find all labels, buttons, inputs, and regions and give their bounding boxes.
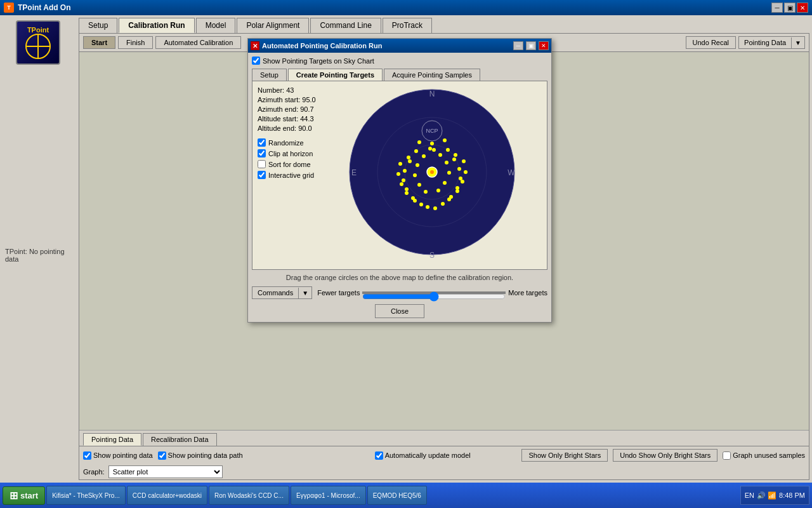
svg-point-38 — [424, 190, 428, 194]
language-indicator: EN — [745, 491, 754, 499]
svg-point-50 — [405, 191, 409, 195]
tab-setup[interactable]: Setup — [79, 18, 117, 33]
show-targets-checkbox[interactable] — [252, 57, 260, 65]
svg-point-29 — [438, 153, 442, 157]
sys-tray: EN 🔊 📶 8:48 PM — [740, 486, 809, 505]
tab-command-line[interactable]: Command Line — [310, 18, 381, 33]
taskbar-icons: 🔊 📶 — [757, 491, 776, 500]
taskbar: ⊞ start Kifisia* - TheSkyX Pro... CCD ca… — [0, 483, 812, 508]
tab-calibration-run[interactable]: Calibration Run — [119, 18, 194, 33]
taskbar-item-3[interactable]: Εγγραφο1 - Microsof... — [291, 486, 366, 505]
svg-point-22 — [405, 187, 409, 191]
graph-unused-checkbox[interactable] — [723, 451, 731, 460]
clock: 8:48 PM — [779, 491, 805, 499]
interactive-grid-checkbox[interactable] — [258, 171, 266, 179]
tab-pointing-data[interactable]: Pointing Data — [83, 433, 141, 446]
show-pointing-data-path-checkbox[interactable] — [158, 451, 166, 460]
clip-horizon-check[interactable]: Clip at horizon — [258, 149, 340, 157]
modal-checkboxes: Randomize Clip at horizon Sort for dome — [258, 138, 340, 179]
svg-text:E: E — [351, 168, 357, 177]
svg-point-40 — [428, 147, 432, 150]
start-button[interactable]: Start — [83, 36, 115, 49]
modal-stats: Number: 43 Azimuth start: 95.0 Azimuth e… — [258, 86, 340, 264]
minimize-button[interactable]: ─ — [771, 3, 783, 13]
stat-azimuth-end: Azimuth end: 90.7 — [258, 105, 340, 113]
show-pointing-data-check[interactable]: Show pointing data — [83, 451, 153, 460]
graph-unused-check[interactable]: Graph unused samples — [723, 451, 805, 460]
modal-title-bar: ✕ Automated Pointing Calibration Run ─ ▣… — [248, 39, 551, 53]
auto-update-check[interactable]: Automatically update model — [375, 451, 471, 460]
svg-point-37 — [436, 189, 440, 192]
show-only-bright-stars-button[interactable]: Show Only Bright Stars — [521, 449, 608, 462]
pointing-data-arrow-icon: ▼ — [791, 37, 804, 48]
sort-dome-check[interactable]: Sort for dome — [258, 160, 340, 168]
svg-text:W: W — [508, 168, 515, 177]
targets-slider-container: Fewer targets More targets — [317, 289, 547, 297]
modal-close-x-icon[interactable]: ✕ — [251, 41, 259, 50]
bottom-controls: Show pointing data Show pointing data pa… — [79, 446, 809, 464]
close-dialog-button[interactable]: Close — [375, 304, 424, 318]
modal-minimize-button[interactable]: ─ — [513, 41, 523, 50]
modal-maximize-button[interactable]: ▣ — [526, 41, 536, 50]
svg-point-46 — [396, 172, 400, 176]
svg-point-42 — [407, 156, 410, 159]
randomize-checkbox[interactable] — [258, 138, 266, 147]
auto-update-checkbox[interactable] — [375, 451, 383, 460]
restore-button[interactable]: ▣ — [784, 3, 796, 13]
taskbar-item-0[interactable]: Kifisia* - TheSkyX Pro... — [46, 486, 126, 505]
pointing-data-dropdown[interactable]: Pointing Data ▼ — [738, 36, 805, 49]
svg-point-54 — [430, 170, 434, 174]
stat-azimuth-start: Azimuth start: 95.0 — [258, 96, 340, 104]
sky-chart-svg: N S E W NCP — [346, 86, 518, 264]
modal-tab-setup[interactable]: Setup — [252, 69, 287, 81]
tpoint-crosshair-icon — [25, 34, 51, 59]
interactive-grid-label: Interactive grid — [268, 171, 314, 179]
svg-point-49 — [455, 189, 459, 193]
show-pointing-data-path-check[interactable]: Show pointing data path — [158, 451, 243, 460]
taskbar-item-2[interactable]: Ron Wodaski's CCD C... — [209, 486, 289, 505]
automated-calibration-button[interactable]: Automated Calibration — [155, 36, 241, 49]
modal-content: Number: 43 Azimuth start: 95.0 Azimuth e… — [252, 81, 547, 270]
interactive-grid-check[interactable]: Interactive grid — [258, 171, 340, 179]
clip-horizon-checkbox[interactable] — [258, 149, 266, 157]
modal-tab-acquire[interactable]: Acquire Pointing Samples — [384, 69, 480, 81]
commands-label: Commands — [252, 287, 298, 298]
modal-close-button-top[interactable]: ✕ — [539, 41, 549, 50]
svg-point-16 — [408, 159, 412, 163]
tab-polar-alignment[interactable]: Polar Alignment — [237, 18, 309, 33]
svg-point-43 — [462, 159, 466, 163]
show-pointing-data-checkbox[interactable] — [83, 451, 91, 460]
svg-point-30 — [422, 154, 426, 158]
modal-tab-create-pointing[interactable]: Create Pointing Targets — [288, 69, 383, 81]
svg-point-31 — [445, 161, 449, 164]
bottom-tab-bar: Pointing Data Recalibration Data — [79, 431, 809, 446]
svg-point-39 — [432, 148, 436, 152]
graph-label: Graph: — [83, 468, 105, 476]
tab-protrack[interactable]: ProTrack — [383, 18, 432, 33]
start-label: start — [20, 491, 38, 500]
randomize-check[interactable]: Randomize — [258, 138, 340, 147]
svg-point-48 — [400, 182, 403, 186]
commands-dropdown[interactable]: Commands ▼ — [252, 286, 312, 299]
tab-recalibration-data[interactable]: Recalibration Data — [143, 433, 217, 446]
svg-point-12 — [417, 140, 421, 144]
svg-text:N: N — [429, 90, 435, 98]
pointing-data-label: Pointing Data — [739, 37, 791, 48]
svg-point-20 — [402, 178, 405, 182]
stat-altitude-end: Altitude end: 90.0 — [258, 124, 340, 132]
commands-arrow-icon: ▼ — [298, 288, 311, 298]
undo-show-only-bright-stars-button[interactable]: Undo Show Only Bright Stars — [613, 449, 717, 462]
close-button[interactable]: ✕ — [797, 3, 808, 13]
finish-button[interactable]: Finish — [118, 36, 153, 49]
sort-dome-checkbox[interactable] — [258, 160, 266, 168]
tab-model[interactable]: Model — [196, 18, 236, 33]
start-button[interactable]: ⊞ start — [3, 486, 45, 505]
targets-slider[interactable] — [362, 291, 506, 302]
app-title: TPoint Add On — [18, 3, 768, 12]
drag-instruction-text: Drag the orange circles on the above map… — [252, 274, 547, 281]
graph-type-dropdown[interactable]: Scatter plot — [108, 465, 223, 478]
svg-point-36 — [417, 183, 421, 187]
undo-recal-button[interactable]: Undo Recal — [686, 36, 736, 49]
taskbar-item-1[interactable]: CCD calculator+wodaski — [127, 486, 207, 505]
taskbar-item-4[interactable]: EQMOD HEQ5/6 — [367, 486, 427, 505]
